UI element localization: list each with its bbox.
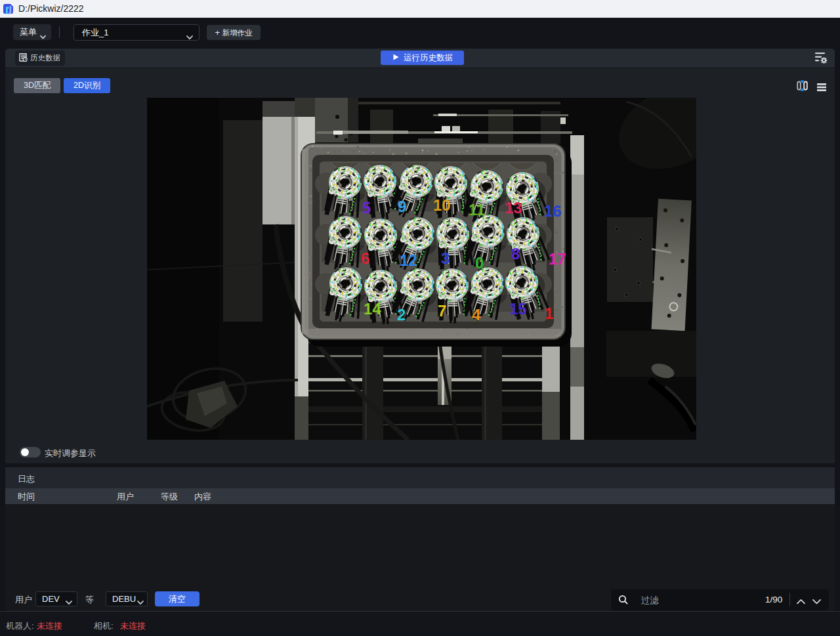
svg-text:13: 13 xyxy=(505,199,522,217)
svg-text:4: 4 xyxy=(472,306,481,324)
svg-text:1: 1 xyxy=(545,305,553,322)
svg-text:14: 14 xyxy=(364,300,381,318)
svg-text:11: 11 xyxy=(469,201,485,219)
svg-text:0: 0 xyxy=(475,254,484,272)
svg-text:16: 16 xyxy=(544,202,562,220)
svg-text:8: 8 xyxy=(511,245,520,263)
svg-text:10: 10 xyxy=(433,196,451,214)
svg-text:15: 15 xyxy=(509,300,527,318)
svg-text:17: 17 xyxy=(549,250,566,268)
svg-text:3: 3 xyxy=(441,249,450,267)
svg-text:5: 5 xyxy=(362,199,371,217)
svg-text:9: 9 xyxy=(398,198,406,215)
svg-text:12: 12 xyxy=(400,251,417,269)
svg-text:7: 7 xyxy=(438,302,446,320)
svg-text:6: 6 xyxy=(361,249,369,267)
svg-text:2: 2 xyxy=(397,306,406,324)
